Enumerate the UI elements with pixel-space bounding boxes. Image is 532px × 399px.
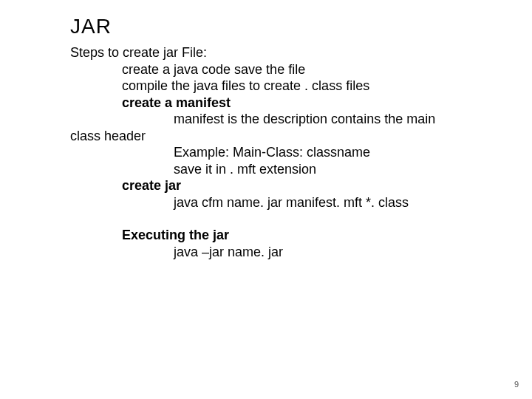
- text-line: save it in . mft extension: [174, 161, 462, 178]
- text-line: Example: Main-Class: classname: [174, 144, 462, 161]
- text-line: create jar: [122, 177, 462, 194]
- text-line: java cfm name. jar manifest. mft *. clas…: [174, 194, 462, 211]
- text-line: java –jar name. jar: [174, 244, 462, 261]
- text-line: Steps to create jar File:: [70, 44, 462, 61]
- slide-body: Steps to create jar File: create a java …: [70, 44, 462, 260]
- text-line: class header: [70, 128, 462, 145]
- text-line: Executing the jar: [122, 227, 462, 244]
- text-line: create a java code save the file: [122, 61, 462, 78]
- page-number: 9: [514, 380, 519, 389]
- slide: JAR Steps to create jar File: create a j…: [0, 0, 532, 399]
- text-line: manifest is the description contains the…: [174, 111, 462, 128]
- slide-title: JAR: [70, 15, 462, 38]
- spacer: [70, 211, 462, 227]
- text-line: create a manifest: [122, 95, 462, 112]
- text-line: compile the java files to create . class…: [122, 78, 462, 95]
